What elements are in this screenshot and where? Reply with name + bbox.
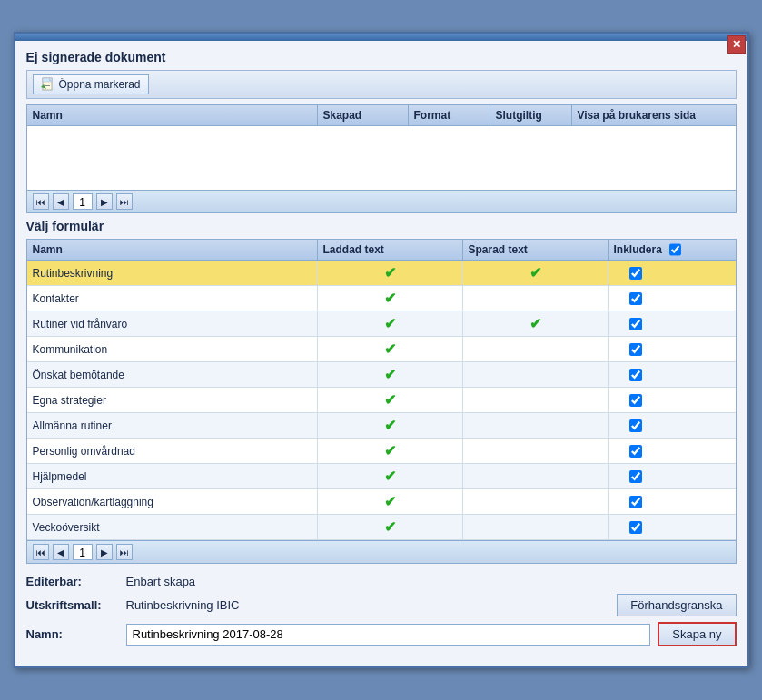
include-checkbox-6[interactable] xyxy=(629,419,642,432)
include-checkbox-9[interactable] xyxy=(629,496,642,508)
form-name-3: Kommunikation xyxy=(27,337,318,361)
svg-rect-4 xyxy=(45,85,50,86)
top-toolbar: Öppna markerad xyxy=(26,70,737,99)
include-checkbox-1[interactable] xyxy=(629,292,642,305)
check-icon: ✔ xyxy=(529,264,541,281)
form-col-namn: Namn xyxy=(27,240,318,260)
forms-pagination: ⏮ ◀ 1 ▶ ⏭ xyxy=(27,540,736,563)
page-number-top: 1 xyxy=(73,193,93,210)
utskriftsmall-label: Utskriftsmall: xyxy=(26,598,126,612)
form-saved-10 xyxy=(463,515,609,539)
main-dialog: ✕ Ej signerade dokument Öppna markerad N… xyxy=(14,32,749,668)
top-table-body xyxy=(27,126,736,190)
form-name-1: Kontakter xyxy=(27,286,318,311)
bottom-section: Editerbar: Enbart skapa Utskriftsmall: R… xyxy=(26,569,737,657)
form-saved-0: ✔ xyxy=(463,261,609,285)
col-format: Format xyxy=(409,105,490,125)
form-loaded-10: ✔ xyxy=(318,515,463,539)
col-slutgiltig: Slutgiltig xyxy=(490,105,572,125)
check-icon: ✔ xyxy=(384,468,396,485)
col-namn: Namn xyxy=(27,105,318,125)
include-checkbox-8[interactable] xyxy=(629,470,642,483)
top-section-title: Ej signerade dokument xyxy=(26,50,737,64)
form-saved-4 xyxy=(463,362,609,387)
check-icon: ✔ xyxy=(384,340,396,358)
last-page-btn[interactable]: ⏭ xyxy=(116,193,133,210)
table-row: Kontakter ✔ xyxy=(27,286,736,311)
inkludera-label: Inkludera xyxy=(614,243,662,256)
form-col-sparad: Sparad text xyxy=(463,240,609,260)
col-skapad: Skapad xyxy=(318,105,409,125)
table-row: Observation/kartläggning ✔ xyxy=(27,489,736,515)
include-checkbox-0[interactable] xyxy=(629,267,642,280)
table-row: Kommunikation ✔ xyxy=(27,337,736,362)
forms-section-title: Välj formulär xyxy=(26,219,737,233)
top-table: Namn Skapad Format Slutgiltig Visa på br… xyxy=(26,104,737,213)
form-name-6: Allmänna rutiner xyxy=(27,413,318,438)
forms-last-page-btn[interactable]: ⏭ xyxy=(116,544,133,560)
forms-prev-page-btn[interactable]: ◀ xyxy=(53,544,69,560)
form-include-8 xyxy=(609,464,663,488)
form-loaded-4: ✔ xyxy=(318,362,463,387)
check-icon: ✔ xyxy=(384,264,396,281)
form-include-3 xyxy=(609,337,663,361)
namn-label: Namn: xyxy=(26,627,126,641)
first-page-btn[interactable]: ⏮ xyxy=(33,193,49,210)
form-saved-8 xyxy=(463,464,609,488)
check-icon: ✔ xyxy=(384,366,396,383)
form-include-1 xyxy=(609,286,663,311)
top-table-header: Namn Skapad Format Slutgiltig Visa på br… xyxy=(27,105,736,126)
forms-table-header: Namn Laddad text Sparad text Inkludera xyxy=(27,240,736,261)
namn-input[interactable] xyxy=(126,624,651,646)
form-col-laddad: Laddad text xyxy=(318,240,463,260)
include-checkbox-3[interactable] xyxy=(629,343,642,356)
forms-next-page-btn[interactable]: ▶ xyxy=(96,544,113,560)
namn-row: Namn: Skapa ny xyxy=(26,622,737,646)
form-loaded-1: ✔ xyxy=(318,286,463,311)
form-saved-5 xyxy=(463,388,609,412)
include-checkbox-5[interactable] xyxy=(629,394,642,407)
check-icon: ✔ xyxy=(384,391,396,409)
check-icon: ✔ xyxy=(384,442,396,459)
form-name-8: Hjälpmedel xyxy=(27,464,318,488)
form-name-2: Rutiner vid frånvaro xyxy=(27,311,318,336)
forms-first-page-btn[interactable]: ⏮ xyxy=(33,544,49,560)
form-include-0 xyxy=(609,261,663,285)
form-saved-2: ✔ xyxy=(463,311,609,336)
title-bar xyxy=(15,34,747,41)
form-loaded-2: ✔ xyxy=(318,311,463,336)
forms-table: Namn Laddad text Sparad text Inkludera R… xyxy=(26,239,737,564)
table-row: Veckoöversikt ✔ xyxy=(27,515,736,540)
include-checkbox-2[interactable] xyxy=(629,318,642,330)
form-include-7 xyxy=(609,439,663,463)
form-loaded-8: ✔ xyxy=(318,464,463,488)
table-row: Egna strategier ✔ xyxy=(27,388,736,413)
prev-page-btn[interactable]: ◀ xyxy=(53,193,69,210)
form-include-5 xyxy=(609,388,663,412)
form-include-10 xyxy=(609,515,663,539)
form-loaded-6: ✔ xyxy=(318,413,463,438)
utskriftsmall-value: Rutinbeskrivning IBIC xyxy=(126,598,240,612)
form-saved-1 xyxy=(463,286,609,311)
include-checkbox-4[interactable] xyxy=(629,369,642,381)
form-include-2 xyxy=(609,311,663,336)
form-include-6 xyxy=(609,413,663,438)
include-checkbox-10[interactable] xyxy=(629,521,642,534)
forhandsgr-button[interactable]: Förhandsgranska xyxy=(617,594,736,616)
inkludera-all-checkbox[interactable] xyxy=(669,243,681,256)
page-number-forms: 1 xyxy=(73,544,93,560)
check-icon: ✔ xyxy=(384,290,396,307)
form-loaded-5: ✔ xyxy=(318,388,463,412)
open-marked-button[interactable]: Öppna markerad xyxy=(33,74,149,94)
editerbar-value: Enbart skapa xyxy=(126,575,196,588)
check-icon: ✔ xyxy=(384,315,396,332)
check-icon: ✔ xyxy=(529,315,541,332)
form-name-9: Observation/kartläggning xyxy=(27,489,318,514)
skapa-ny-button[interactable]: Skapa ny xyxy=(658,622,736,646)
next-page-btn[interactable]: ▶ xyxy=(96,193,113,210)
close-button[interactable]: ✕ xyxy=(727,35,746,54)
form-saved-7 xyxy=(463,439,609,463)
form-col-inkludera: Inkludera xyxy=(609,240,663,260)
table-row: Personlig omvårdnad ✔ xyxy=(27,439,736,464)
include-checkbox-7[interactable] xyxy=(629,445,642,458)
